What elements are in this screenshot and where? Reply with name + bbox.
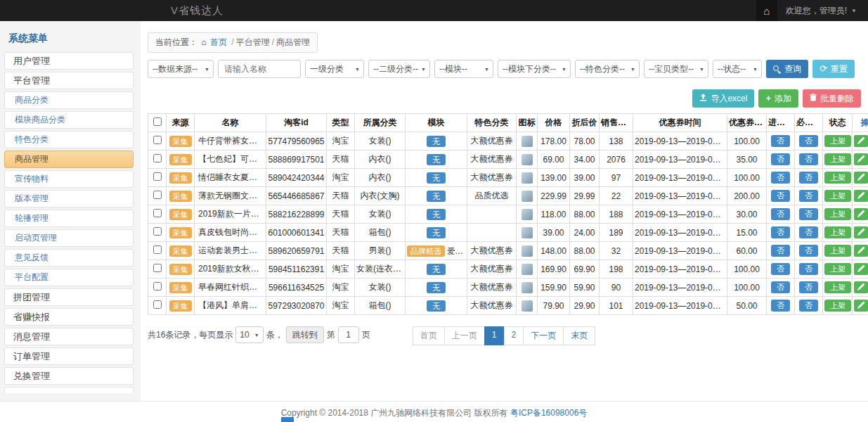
filter-select[interactable]: --模块--▼ xyxy=(434,60,493,78)
row-checkbox[interactable] xyxy=(153,191,162,199)
edit-button[interactable] xyxy=(854,208,868,220)
must-buy-cell: 否 xyxy=(795,242,823,260)
must-buy-toggle[interactable]: 否 xyxy=(799,208,818,220)
filter-select[interactable]: --特色分类--▼ xyxy=(575,60,640,78)
import-select-toggle[interactable]: 否 xyxy=(771,281,790,293)
filter-select[interactable]: 一级分类▼ xyxy=(305,60,364,78)
row-checkbox[interactable] xyxy=(153,282,162,290)
import-select-toggle[interactable]: 否 xyxy=(771,263,790,275)
status-button[interactable]: 上架 xyxy=(824,226,851,238)
page-button[interactable]: 下一页 xyxy=(523,326,564,345)
import-select-toggle[interactable]: 否 xyxy=(771,190,790,202)
sidebar-item-product-management[interactable]: 商品管理 xyxy=(4,151,134,168)
per-page-select[interactable]: 10 ▼ xyxy=(235,326,263,343)
must-buy-toggle[interactable]: 否 xyxy=(799,245,818,257)
status-button[interactable]: 上架 xyxy=(824,190,851,202)
sidebar-item-exchange[interactable]: 兑换管理 xyxy=(4,367,134,385)
sidebar-item-partial[interactable] xyxy=(4,387,134,393)
category-cell: 内衣(文胸) xyxy=(355,187,406,205)
sidebar-item-platform[interactable]: 平台管理 xyxy=(4,72,134,89)
status-button[interactable]: 上架 xyxy=(824,135,851,147)
status-button[interactable]: 上架 xyxy=(824,208,851,220)
row-checkbox[interactable] xyxy=(153,227,162,236)
edit-button[interactable] xyxy=(854,172,868,184)
import-select-toggle[interactable]: 否 xyxy=(771,245,790,257)
page-button[interactable]: 2 xyxy=(504,326,524,345)
import-select-toggle[interactable]: 否 xyxy=(771,208,790,220)
import-select-toggle[interactable]: 否 xyxy=(771,300,790,312)
batch-delete-button[interactable]: 批量删除 xyxy=(803,89,861,108)
sidebar-item-platform-config[interactable]: 平台配置 xyxy=(4,269,134,286)
filter-select[interactable]: --模块下分类--▼ xyxy=(498,60,571,78)
must-buy-toggle[interactable]: 否 xyxy=(799,226,818,238)
must-buy-toggle[interactable]: 否 xyxy=(799,172,818,184)
row-checkbox[interactable] xyxy=(153,245,162,254)
sidebar-item-promo-materials[interactable]: 宣传物料 xyxy=(4,170,134,188)
edit-button[interactable] xyxy=(854,153,868,165)
page-number-input[interactable] xyxy=(338,326,359,343)
icp-link[interactable]: 粤ICP备16098006号 xyxy=(510,408,587,418)
status-button[interactable]: 上架 xyxy=(824,245,851,257)
must-buy-toggle[interactable]: 否 xyxy=(799,281,818,293)
edit-button[interactable] xyxy=(854,300,868,312)
status-button[interactable]: 上架 xyxy=(824,172,851,184)
user-menu[interactable]: 欢迎您，管理员! ▼ xyxy=(777,5,868,17)
edit-button[interactable] xyxy=(854,245,868,257)
import-select-toggle[interactable]: 否 xyxy=(771,153,790,165)
must-buy-toggle[interactable]: 否 xyxy=(799,153,818,165)
edit-button[interactable] xyxy=(854,190,868,202)
search-button[interactable]: 查询 xyxy=(766,60,808,78)
home-button[interactable]: ⌂ xyxy=(756,0,777,21)
module-cell: 无 xyxy=(406,205,467,224)
filter-select[interactable]: --状态--▼ xyxy=(713,60,762,78)
jump-button[interactable]: 跳转到 xyxy=(286,326,324,343)
sidebar-item-module-product-category[interactable]: 模块商品分类 xyxy=(4,111,134,129)
sidebar-item-users[interactable]: 用户管理 xyxy=(4,52,134,70)
row-checkbox[interactable] xyxy=(153,154,162,162)
must-buy-toggle[interactable]: 否 xyxy=(799,135,818,147)
sidebar-item-featured-category[interactable]: 特色分类 xyxy=(4,131,134,148)
status-button[interactable]: 上架 xyxy=(824,281,851,293)
row-checkbox[interactable] xyxy=(153,172,162,181)
sidebar-item-version[interactable]: 版本管理 xyxy=(4,190,134,207)
row-checkbox[interactable] xyxy=(153,209,162,217)
icon-cell xyxy=(517,151,538,169)
filter-select[interactable]: --二级分类--▼ xyxy=(368,60,430,78)
page-button[interactable]: 1 xyxy=(484,326,505,345)
edit-button[interactable] xyxy=(854,263,868,275)
edit-button[interactable] xyxy=(854,226,868,238)
row-checkbox[interactable] xyxy=(153,264,162,272)
reset-button[interactable]: ⟳ 重置 xyxy=(812,60,855,78)
sidebar-item-splash-page[interactable]: 启动页管理 xyxy=(4,229,134,247)
sidebar-item-group-buy[interactable]: 拼团管理 xyxy=(4,288,134,306)
sidebar-item-orders[interactable]: 订单管理 xyxy=(4,347,134,365)
status-button[interactable]: 上架 xyxy=(824,300,851,312)
must-buy-toggle[interactable]: 否 xyxy=(799,190,818,202)
breadcrumb-home-link[interactable]: 首页 xyxy=(210,37,227,47)
sidebar-item-carousel[interactable]: 轮播管理 xyxy=(4,210,134,227)
row-checkbox[interactable] xyxy=(153,136,162,144)
page-button[interactable]: 上一页 xyxy=(444,326,485,345)
edit-button[interactable] xyxy=(854,281,868,293)
status-button[interactable]: 上架 xyxy=(824,153,851,165)
name-filter-input[interactable] xyxy=(218,60,301,78)
sidebar-item-save-earn-express[interactable]: 省赚快报 xyxy=(4,308,134,326)
sidebar-item-product-category[interactable]: 商品分类 xyxy=(4,91,134,109)
import-select-toggle[interactable]: 否 xyxy=(771,135,790,147)
sidebar-item-messages[interactable]: 消息管理 xyxy=(4,328,134,345)
must-buy-toggle[interactable]: 否 xyxy=(799,263,818,275)
sidebar-item-feedback[interactable]: 意见反馈 xyxy=(4,249,134,267)
import-excel-button[interactable]: 导入excel xyxy=(692,89,754,108)
select-all-checkbox[interactable] xyxy=(153,117,162,126)
import-select-toggle[interactable]: 否 xyxy=(771,226,790,238)
page-button[interactable]: 末页 xyxy=(563,326,595,345)
page-button[interactable]: 首页 xyxy=(413,326,445,345)
add-button[interactable]: + 添加 xyxy=(758,89,798,108)
filter-select[interactable]: --宝贝类型--▼ xyxy=(644,60,708,78)
must-buy-toggle[interactable]: 否 xyxy=(799,300,818,312)
edit-button[interactable] xyxy=(854,135,868,147)
status-button[interactable]: 上架 xyxy=(824,263,851,275)
filter-select[interactable]: --数据来源--▼ xyxy=(148,60,214,78)
row-checkbox[interactable] xyxy=(153,300,162,309)
import-select-toggle[interactable]: 否 xyxy=(771,172,790,184)
